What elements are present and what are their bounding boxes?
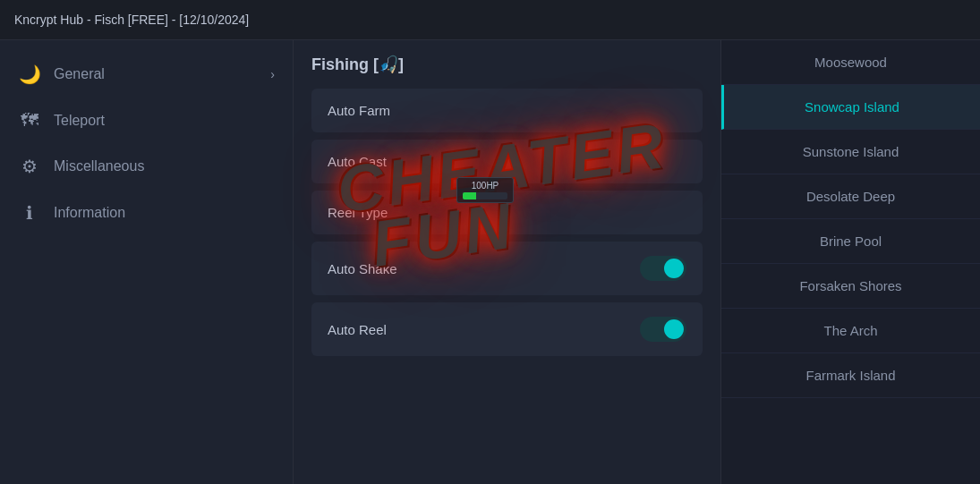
right-item-forsaken-shores[interactable]: Forsaken Shores <box>721 264 980 309</box>
auto-reel-row[interactable]: Auto Reel <box>311 302 703 356</box>
sidebar-item-general[interactable]: 🌙 General › <box>0 51 293 98</box>
right-item-sunstone-island[interactable]: Sunstone Island <box>721 130 980 174</box>
right-item-brine-pool[interactable]: Brine Pool <box>721 219 980 264</box>
moon-icon: 🌙 <box>18 64 41 85</box>
auto-shake-toggle-knob <box>664 259 684 278</box>
app-header: Kncrypt Hub - Fisch [FREE] - [12/10/2024… <box>0 0 980 40</box>
auto-farm-row[interactable]: Auto Farm <box>311 89 703 132</box>
right-item-moosewood[interactable]: Moosewood <box>721 40 980 85</box>
sidebar: 🌙 General › 🗺 Teleport ⚙ Miscellaneous ℹ… <box>0 40 294 484</box>
chevron-right-icon: › <box>270 67 275 81</box>
right-item-desolate-deep[interactable]: Desolate Deep <box>721 174 980 219</box>
right-item-snowcap-island[interactable]: Snowcap Island <box>721 85 980 130</box>
header-title: Kncrypt Hub - Fisch [FREE] - [12/10/2024… <box>14 13 249 27</box>
sidebar-item-information[interactable]: ℹ Information <box>0 190 293 236</box>
map-icon: 🗺 <box>18 110 41 131</box>
auto-farm-label: Auto Farm <box>328 103 390 118</box>
auto-reel-toggle-knob <box>664 319 684 339</box>
auto-shake-row[interactable]: Auto Shake <box>311 242 703 295</box>
right-item-farmark-island[interactable]: Farmark Island <box>721 353 980 398</box>
section-title-text: Fishing [🎣] <box>311 55 404 74</box>
sidebar-item-information-label: Information <box>54 205 275 221</box>
auto-cast-label: Auto Cast <box>328 154 387 169</box>
sidebar-item-miscellaneous-label: Miscellaneous <box>54 158 275 174</box>
auto-cast-row[interactable]: Auto Cast <box>311 140 703 183</box>
info-icon: ℹ <box>18 202 41 224</box>
sidebar-item-miscellaneous[interactable]: ⚙ Miscellaneous <box>0 143 293 190</box>
sidebar-item-teleport-label: Teleport <box>54 113 275 129</box>
main-layout: 🌙 General › 🗺 Teleport ⚙ Miscellaneous ℹ… <box>0 40 980 484</box>
main-content: Fishing [🎣] Auto Farm Auto Cast Reel Typ… <box>294 40 720 484</box>
section-title: Fishing [🎣] <box>311 55 703 74</box>
gear-icon: ⚙ <box>18 156 41 177</box>
auto-reel-label: Auto Reel <box>328 322 387 337</box>
reel-type-label: Reel Type <box>328 205 388 220</box>
auto-shake-toggle[interactable] <box>640 256 686 281</box>
sidebar-item-teleport[interactable]: 🗺 Teleport <box>0 98 293 143</box>
right-panel: Moosewood Snowcap Island Sunstone Island… <box>720 40 980 484</box>
reel-type-row[interactable]: Reel Type <box>311 191 703 234</box>
auto-shake-label: Auto Shake <box>328 261 397 276</box>
right-item-the-arch[interactable]: The Arch <box>721 309 980 353</box>
auto-reel-toggle[interactable] <box>640 317 686 342</box>
sidebar-item-general-label: General <box>54 66 270 82</box>
